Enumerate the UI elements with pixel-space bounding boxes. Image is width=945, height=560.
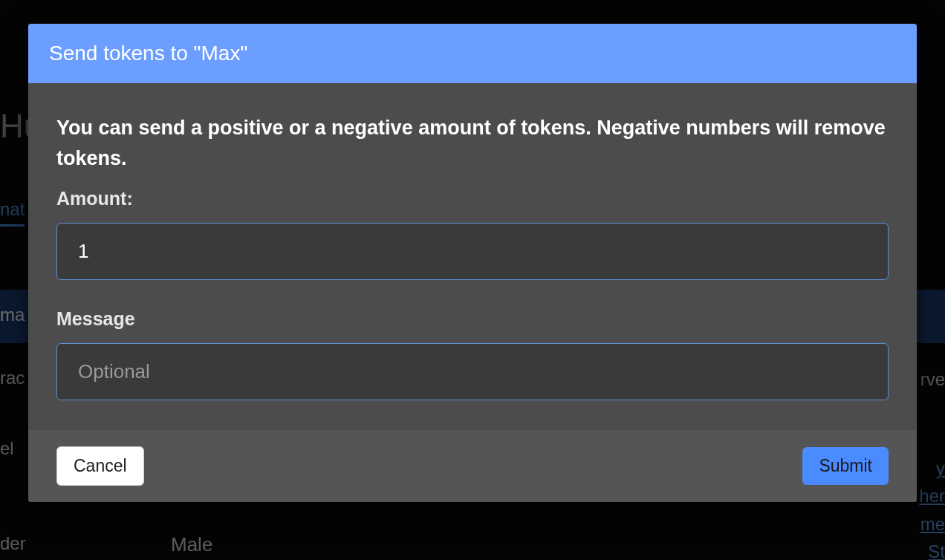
submit-button[interactable]: Submit xyxy=(802,447,889,485)
send-tokens-modal: Send tokens to "Max" You can send a posi… xyxy=(28,24,917,502)
cancel-button[interactable]: Cancel xyxy=(56,446,144,486)
modal-header: Send tokens to "Max" xyxy=(28,24,917,83)
modal-description: You can send a positive or a negative am… xyxy=(56,113,889,173)
message-label: Message xyxy=(56,308,889,330)
message-input[interactable] xyxy=(56,343,889,400)
modal-body: You can send a positive or a negative am… xyxy=(28,83,917,430)
modal-footer: Cancel Submit xyxy=(28,430,917,502)
amount-form-group: Amount: xyxy=(56,188,889,280)
message-form-group: Message xyxy=(56,308,889,400)
amount-label: Amount: xyxy=(56,188,889,209)
amount-input[interactable] xyxy=(56,223,889,280)
modal-title: Send tokens to "Max" xyxy=(49,42,896,65)
